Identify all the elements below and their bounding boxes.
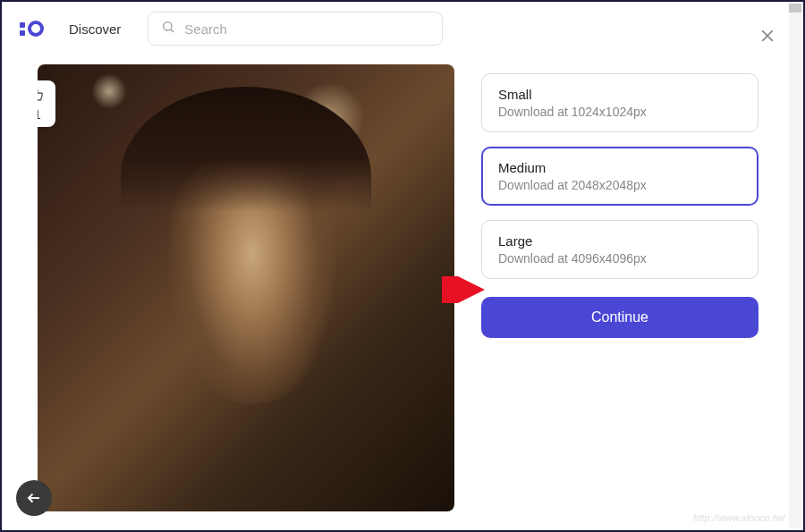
option-medium[interactable]: Medium Download at 2048x2048px: [481, 147, 758, 206]
like-badge[interactable]: 1: [38, 80, 55, 127]
option-large[interactable]: Large Download at 4096x4096px: [481, 220, 758, 279]
option-title: Small: [498, 87, 741, 102]
option-desc: Download at 1024x1024px: [498, 105, 741, 119]
logo[interactable]: [20, 21, 44, 37]
close-button[interactable]: [758, 27, 776, 48]
download-options-panel: Small Download at 1024x1024px Medium Dow…: [472, 64, 776, 530]
option-title: Large: [498, 233, 741, 249]
like-count: 1: [38, 107, 41, 122]
svg-point-0: [164, 22, 172, 30]
option-small[interactable]: Small Download at 1024x1024px: [481, 73, 758, 132]
scrollbar[interactable]: [789, 4, 801, 528]
content-area: 1 Small Download at 1024x1024px Medium D…: [2, 55, 803, 530]
image-preview[interactable]: 1: [38, 64, 454, 511]
search-input[interactable]: [184, 21, 429, 37]
search-bar[interactable]: [148, 12, 443, 46]
search-icon: [161, 20, 175, 38]
option-title: Medium: [498, 160, 741, 175]
svg-line-1: [171, 30, 174, 32]
thumbs-up-icon: [38, 88, 45, 106]
arrow-annotation: [442, 276, 485, 307]
header: Discover: [2, 2, 803, 55]
option-desc: Download at 2048x2048px: [498, 178, 741, 192]
scrollbar-thumb[interactable]: [789, 4, 801, 13]
continue-button[interactable]: Continue: [481, 297, 758, 338]
option-desc: Download at 4096x4096px: [498, 251, 741, 266]
back-button[interactable]: [16, 480, 52, 516]
nav-discover[interactable]: Discover: [69, 21, 121, 37]
watermark: http://www.xlooco.tw/: [693, 512, 785, 523]
